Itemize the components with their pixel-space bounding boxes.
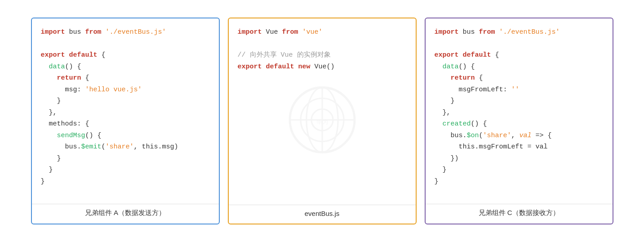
panel-bus-label: eventBus.js [229, 205, 416, 224]
panels-container: import bus from './eventBus.js' export d… [9, 18, 635, 224]
panel-c-code: import bus from './eventBus.js' export d… [426, 18, 613, 204]
panel-a: import bus from './eventBus.js' export d… [31, 18, 220, 224]
panel-bus-code: import Vue from 'vue' // 向外共享 Vue 的实例对象 … [229, 18, 416, 205]
panel-bus: 华为 import Vue from 'vue' // 向外共享 Vue 的实例… [228, 18, 417, 224]
panel-a-label: 兄弟组件 A（数据发送方） [32, 204, 219, 224]
panel-a-code: import bus from './eventBus.js' export d… [32, 18, 219, 204]
panel-c-label: 兄弟组件 C（数据接收方） [426, 204, 613, 224]
panel-c: import bus from './eventBus.js' export d… [425, 18, 613, 224]
